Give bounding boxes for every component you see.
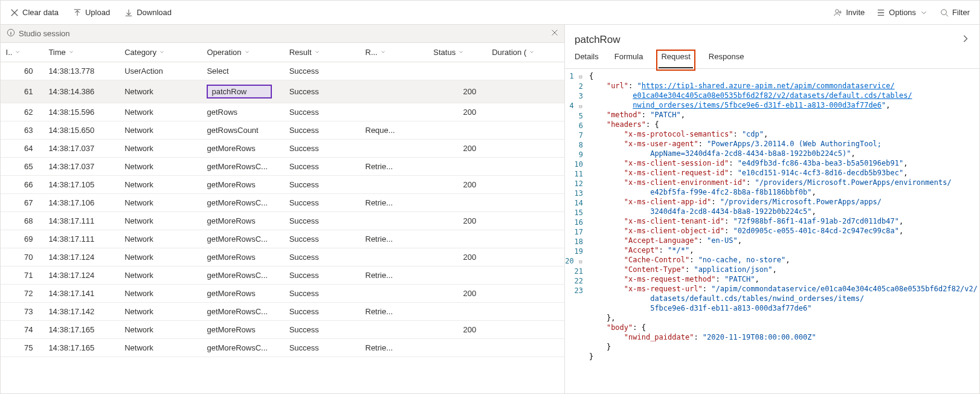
session-bar: Studio session [1,25,564,43]
upload-label: Upload [85,8,110,17]
clear-data-button[interactable]: Clear data [10,8,59,17]
tab-formula[interactable]: Formula [614,52,643,68]
filter-icon [940,8,949,17]
table-row[interactable]: 7114:38:17.124NetworkgetMoreRowsC...Succ… [1,266,564,285]
info-icon [7,28,15,39]
events-table[interactable]: I..TimeCategoryOperationResultR...Status… [1,43,564,394]
tab-details[interactable]: Details [575,52,599,68]
detail-panel: patchRow DetailsFormulaRequestResponse 1… [565,25,979,394]
table-row[interactable]: 6714:38:17.106NetworkgetMoreRowsC...Succ… [1,194,564,212]
col-header[interactable]: Time [45,43,121,62]
table-row[interactable]: 6814:38:17.111NetworkgetMoreRowsSuccess2… [1,212,564,230]
monitor-panel: Studio session I..TimeCategoryOperationR… [1,25,565,394]
invite-button[interactable]: Invite [834,8,865,17]
toolbar: Clear data Upload Download Invite Option… [1,1,979,25]
filter-label: Filter [952,8,970,17]
clear-label: Clear data [22,8,59,17]
col-header[interactable]: Category [121,43,203,62]
invite-icon [834,8,842,17]
chevron-down-icon [920,8,928,17]
col-header[interactable]: Duration ( [488,43,564,62]
svg-point-0 [836,9,839,12]
session-close-button[interactable] [551,29,558,38]
svg-point-1 [941,9,947,15]
table-row[interactable]: 6014:38:13.778UserActionSelectSuccess [1,62,564,80]
table-row[interactable]: 6514:38:17.037NetworkgetMoreRowsC...Succ… [1,158,564,176]
options-icon [877,8,885,17]
col-header[interactable]: R... [362,43,425,62]
detail-tabs: DetailsFormulaRequestResponse [565,46,979,69]
session-label: Studio session [19,29,70,38]
tab-response[interactable]: Response [709,52,744,68]
table-row[interactable]: 6414:38:17.037NetworkgetMoreRowsSuccess2… [1,140,564,158]
close-icon [10,8,19,17]
upload-button[interactable]: Upload [73,8,110,17]
table-row[interactable]: 6614:38:17.105NetworkgetMoreRowsSuccess2… [1,176,564,194]
table-row[interactable]: 7214:38:17.141NetworkgetMoreRowsSuccess2… [1,285,564,303]
request-body[interactable]: 1 ⊟2 3 4 ⊟5 6 7 8 9 10 11 12 13 14 15 16… [565,69,979,394]
table-row[interactable]: 6314:38:15.650NetworkgetRowsCountSuccess… [1,121,564,140]
options-button[interactable]: Options [877,8,928,17]
invite-label: Invite [846,8,865,17]
options-label: Options [889,8,916,17]
col-header[interactable]: Result [286,43,362,62]
col-header[interactable]: Status [425,43,488,62]
download-icon [124,8,133,17]
upload-icon [73,8,82,17]
next-button[interactable] [961,33,970,46]
download-label: Download [137,8,172,17]
table-row[interactable]: 7314:38:17.142NetworkgetMoreRowsC...Succ… [1,303,564,321]
col-header[interactable]: Operation [203,43,285,62]
col-header[interactable]: I.. [1,43,45,62]
filter-button[interactable]: Filter [940,8,970,17]
table-row[interactable]: 6214:38:15.596NetworkgetRowsSuccess200 [1,103,564,121]
download-button[interactable]: Download [124,8,172,17]
table-row[interactable]: 7514:38:17.165NetworkgetMoreRowsC...Succ… [1,339,564,357]
table-row[interactable]: 7414:38:17.165NetworkgetMoreRowsSuccess2… [1,321,564,339]
tab-request[interactable]: Request [659,52,692,68]
table-row[interactable]: 6114:38:14.386NetworkpatchRowSuccess200 [1,80,564,103]
table-row[interactable]: 6914:38:17.111NetworkgetMoreRowsC...Succ… [1,230,564,248]
detail-title: patchRow [575,34,621,46]
table-row[interactable]: 7014:38:17.124NetworkgetMoreRowsSuccess2… [1,248,564,266]
